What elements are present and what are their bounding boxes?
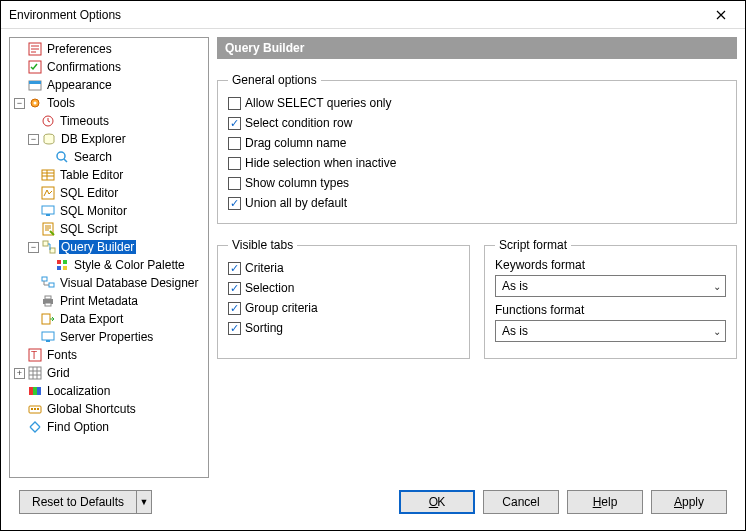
printer-icon [40,293,56,309]
svg-rect-17 [63,260,67,264]
checkbox[interactable] [228,197,241,210]
reset-defaults-button[interactable]: Reset to Defaults ▼ [19,490,152,514]
tab-group-criteria[interactable]: Group criteria [228,298,459,318]
chevron-down-icon[interactable]: ▼ [136,490,152,514]
tree-item-confirmations[interactable]: Confirmations [10,58,208,76]
svg-rect-15 [50,248,55,253]
titlebar: Environment Options [1,1,745,29]
table-icon [40,167,56,183]
visible-tabs-group: Visible tabs Criteria Selection Group cr… [217,238,470,359]
tree-item-localization[interactable]: Localization [10,382,208,400]
tab-sorting[interactable]: Sorting [228,318,459,338]
dialog-footer: Reset to Defaults ▼ OK Cancel Help Apply [1,486,745,530]
tree-item-global-shortcuts[interactable]: Global Shortcuts [10,400,208,418]
palette-icon [54,257,70,273]
tree-item-find-option[interactable]: Find Option [10,418,208,436]
tree-item-sql-editor[interactable]: SQL Editor [10,184,208,202]
tree-item-table-editor[interactable]: Table Editor [10,166,208,184]
svg-rect-37 [37,408,39,410]
server-icon [40,329,56,345]
nav-tree[interactable]: Preferences Confirmations Appearance − T… [9,37,209,478]
tree-item-server-properties[interactable]: Server Properties [10,328,208,346]
svg-rect-25 [42,314,50,324]
checkbox[interactable] [228,97,241,110]
monitor-icon [40,203,56,219]
export-icon [40,311,56,327]
tree-item-data-export[interactable]: Data Export [10,310,208,328]
checkbox[interactable] [228,157,241,170]
tree-item-fonts[interactable]: T Fonts [10,346,208,364]
option-allow-select-only[interactable]: Allow SELECT queries only [228,93,726,113]
keywords-format-label: Keywords format [495,258,726,272]
tree-item-query-builder[interactable]: − Query Builder [10,238,208,256]
expand-toggle[interactable]: + [14,368,25,379]
option-hide-selection-inactive[interactable]: Hide selection when inactive [228,153,726,173]
functions-format-dropdown[interactable]: As is ⌄ [495,320,726,342]
checkbox[interactable] [228,177,241,190]
svg-rect-35 [31,408,33,410]
tree-item-search[interactable]: Search [10,148,208,166]
svg-text:T: T [31,350,37,361]
svg-rect-19 [63,266,67,270]
svg-rect-24 [45,303,51,306]
checkbox[interactable] [228,302,241,315]
grid-icon [27,365,43,381]
collapse-toggle[interactable]: − [14,98,25,109]
tab-selection[interactable]: Selection [228,278,459,298]
checkbox[interactable] [228,282,241,295]
svg-rect-14 [43,241,48,246]
option-union-all-default[interactable]: Union all by default [228,193,726,213]
checkbox[interactable] [228,262,241,275]
tree-item-sql-script[interactable]: SQL Script [10,220,208,238]
help-button[interactable]: Help [567,490,643,514]
checkbox[interactable] [228,117,241,130]
close-button[interactable] [701,2,741,28]
environment-options-dialog: Environment Options Preferences Confirma… [0,0,746,531]
tab-criteria[interactable]: Criteria [228,258,459,278]
script-icon [40,221,56,237]
option-select-condition-row[interactable]: Select condition row [228,113,726,133]
page-header: Query Builder [217,37,737,59]
appearance-icon [27,77,43,93]
collapse-toggle[interactable]: − [28,242,39,253]
search-icon [54,149,70,165]
checkbox[interactable] [228,322,241,335]
designer-icon [40,275,56,291]
tools-icon [27,95,43,111]
apply-button[interactable]: Apply [651,490,727,514]
svg-rect-23 [45,296,51,299]
option-show-column-types[interactable]: Show column types [228,173,726,193]
checkbox[interactable] [228,137,241,150]
tree-item-timeouts[interactable]: Timeouts [10,112,208,130]
group-legend: Visible tabs [228,238,297,252]
svg-rect-21 [49,283,54,287]
functions-format-label: Functions format [495,303,726,317]
collapse-toggle[interactable]: − [28,134,39,145]
general-options-group: General options Allow SELECT queries onl… [217,73,737,224]
window-title: Environment Options [9,8,701,22]
content-panel: Query Builder General options Allow SELE… [217,37,737,478]
tree-item-tools[interactable]: − Tools [10,94,208,112]
clock-icon [40,113,56,129]
tree-item-appearance[interactable]: Appearance [10,76,208,94]
ok-button[interactable]: OK [399,490,475,514]
tree-item-db-explorer[interactable]: − DB Explorer [10,130,208,148]
sql-editor-icon [40,185,56,201]
tree-item-grid[interactable]: + Grid [10,364,208,382]
option-drag-column-name[interactable]: Drag column name [228,133,726,153]
tree-item-preferences[interactable]: Preferences [10,40,208,58]
svg-point-8 [57,152,65,160]
fonts-icon: T [27,347,43,363]
query-builder-icon [41,239,57,255]
group-legend: General options [228,73,321,87]
tree-item-print-metadata[interactable]: Print Metadata [10,292,208,310]
tree-item-vdd[interactable]: Visual Database Designer [10,274,208,292]
svg-rect-26 [42,332,54,340]
localization-icon [27,383,43,399]
tree-item-sql-monitor[interactable]: SQL Monitor [10,202,208,220]
svg-rect-16 [57,260,61,264]
keywords-format-dropdown[interactable]: As is ⌄ [495,275,726,297]
tree-item-style-palette[interactable]: Style & Color Palette [10,256,208,274]
cancel-button[interactable]: Cancel [483,490,559,514]
svg-rect-11 [42,206,54,214]
